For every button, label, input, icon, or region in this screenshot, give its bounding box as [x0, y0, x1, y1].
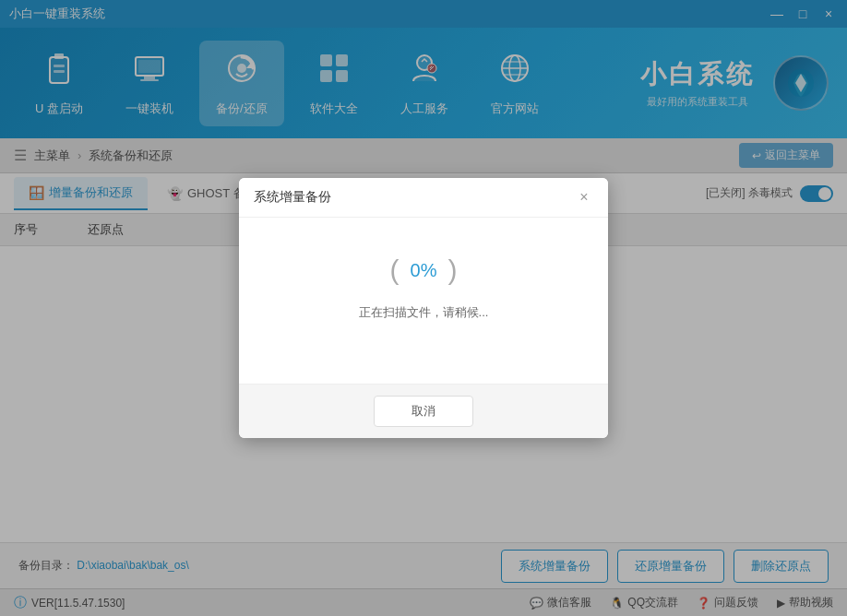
right-paren: ) [447, 255, 457, 286]
backup-modal: 系统增量备份 × ( 0% ) 正在扫描文件，请稍候... 取消 [239, 178, 608, 438]
modal-overlay: 系统增量备份 × ( 0% ) 正在扫描文件，请稍候... 取消 [0, 0, 847, 616]
modal-cancel-button[interactable]: 取消 [374, 396, 473, 427]
progress-percent: 0% [411, 260, 437, 281]
modal-title: 系统增量备份 [254, 189, 331, 206]
modal-status-message: 正在扫描文件，请稍候... [359, 304, 489, 321]
modal-footer: 取消 [239, 384, 608, 438]
modal-body: ( 0% ) 正在扫描文件，请稍候... [239, 218, 608, 384]
modal-header: 系统增量备份 × [239, 178, 608, 218]
modal-close-button[interactable]: × [575, 189, 593, 206]
progress-display: ( 0% ) [390, 255, 458, 286]
left-paren: ( [390, 255, 400, 286]
